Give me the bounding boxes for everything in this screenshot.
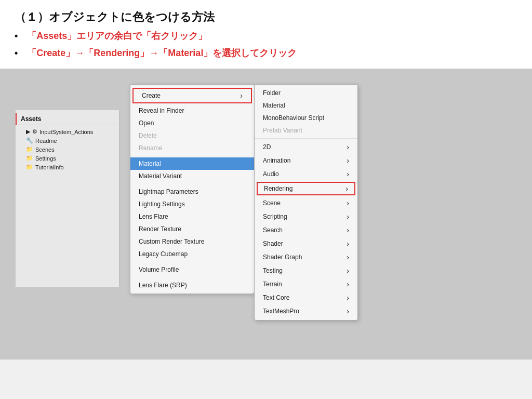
submenu-item-monobehaviour[interactable]: MonoBehaviour Script — [255, 112, 357, 124]
chevron-right-icon — [347, 240, 349, 248]
context-menu-item-lighting[interactable]: Lighting Settings — [130, 198, 254, 210]
context-menu-item-delete: Delete — [130, 129, 254, 142]
context-menu-item-reveal[interactable]: Reveal in Finder — [130, 104, 254, 117]
chevron-right-icon — [347, 267, 349, 275]
context-menu-item-material-variant[interactable]: Material Variant — [130, 170, 254, 182]
chevron-right-icon — [345, 184, 348, 193]
submenu-item-terrain[interactable]: Terrain — [255, 277, 357, 291]
context-menu-item-volume-profile[interactable]: Volume Profile — [130, 263, 254, 276]
context-menu-item-render-texture[interactable]: Render Texture — [130, 223, 254, 235]
submenu-item-textmeshpro[interactable]: TextMeshPro — [255, 304, 357, 318]
header-bullet-1: 「Assets」エリアの余白で「右クリック」 — [27, 29, 207, 43]
folder-icon: 📁 — [26, 164, 33, 170]
chevron-right-icon — [347, 226, 349, 234]
submenu-item-prefab-variant: Prefab Variant — [255, 124, 357, 137]
submenu-item-scripting[interactable]: Scripting — [255, 210, 357, 223]
chevron-right-icon — [347, 199, 349, 207]
list-item: 📁 Scenes — [16, 145, 119, 154]
chevron-right-icon — [347, 253, 349, 261]
chevron-right-icon — [347, 156, 349, 165]
bullet-marker-1: • — [15, 31, 18, 42]
script-icon: ⚙ — [32, 128, 37, 135]
chevron-right-icon — [347, 170, 349, 178]
chevron-right-icon — [240, 91, 243, 100]
list-item: 📁 TutorialInfo — [16, 163, 119, 171]
context-menu-item-lightmap[interactable]: Lightmap Parameters — [130, 185, 254, 198]
main-area: Assets ▶ ⚙ InputSystem_Actions 🔧 Readme … — [0, 69, 532, 360]
primary-context-menu: Create Reveal in Finder Open Delete Rena… — [130, 84, 255, 294]
submenu-item-shader[interactable]: Shader — [255, 237, 357, 250]
context-menu-item-material[interactable]: Material — [130, 157, 254, 170]
list-item: ▶ ⚙ InputSystem_Actions — [16, 127, 119, 136]
submenu-item-scene[interactable]: Scene — [255, 196, 357, 210]
submenu-item-testing[interactable]: Testing — [255, 264, 357, 277]
chevron-right-icon — [347, 280, 349, 288]
submenu-item-animation[interactable]: Animation — [255, 154, 357, 167]
assets-sidebar: Assets ▶ ⚙ InputSystem_Actions 🔧 Readme … — [16, 110, 119, 287]
context-menu-item-custom-render[interactable]: Custom Render Texture — [130, 235, 254, 248]
submenu-item-folder[interactable]: Folder — [255, 87, 357, 99]
chevron-right-icon — [347, 294, 349, 302]
bullet-marker-2: • — [15, 48, 18, 59]
submenu-item-audio[interactable]: Audio — [255, 167, 357, 181]
list-item: 🔧 Readme — [16, 136, 119, 145]
context-menu-item-create[interactable]: Create — [134, 89, 251, 102]
context-menu-item-rename: Rename — [130, 142, 254, 154]
header-bullet-2: 「Create」→「Rendering」→「Material」を選択してクリック — [27, 46, 297, 60]
list-item: 📁 Settings — [16, 154, 119, 163]
separator — [255, 138, 357, 139]
submenu-item-shader-graph[interactable]: Shader Graph — [255, 250, 357, 264]
context-menu-item-lens-flare-srp[interactable]: Lens Flare (SRP) — [130, 279, 254, 291]
chevron-right-icon — [347, 212, 349, 221]
folder-icon: 📁 — [26, 155, 33, 162]
submenu-item-material[interactable]: Material — [255, 99, 357, 112]
context-menu-item-lens-flare[interactable]: Lens Flare — [130, 210, 254, 223]
header-section: （１）オブジェクトに色をつける方法 • 「Assets」エリアの余白で「右クリッ… — [0, 0, 532, 69]
submenu-item-text-core[interactable]: Text Core — [255, 291, 357, 304]
context-menu-item-open[interactable]: Open — [130, 117, 254, 129]
folder-icon: 📁 — [26, 146, 33, 153]
chevron-right-icon — [347, 143, 349, 151]
submenu-item-rendering[interactable]: Rendering — [258, 183, 354, 194]
context-menu-item-legacy-cubemap[interactable]: Legacy Cubemap — [130, 248, 254, 260]
assets-header: Assets — [16, 113, 119, 125]
context-menu-wrapper: Create Reveal in Finder Open Delete Rena… — [130, 84, 358, 321]
readme-icon: 🔧 — [26, 137, 33, 144]
submenu-item-2d[interactable]: 2D — [255, 140, 357, 154]
chevron-right-icon — [347, 307, 349, 315]
submenu-item-search[interactable]: Search — [255, 223, 357, 237]
page-title: （１）オブジェクトに色をつける方法 — [15, 9, 517, 25]
submenu: Folder Material MonoBehaviour Script Pre… — [254, 84, 358, 321]
